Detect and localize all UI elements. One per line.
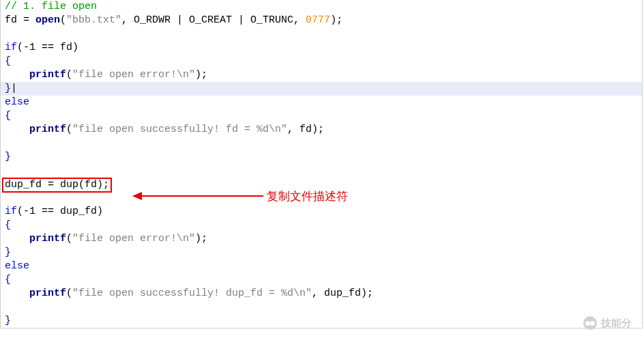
code-line: printf("file open error!\n"); [1,68,642,82]
watermark: 技能分 [583,316,632,330]
code-line-empty [1,164,642,178]
code-line: { [1,273,642,287]
code-line: printf("file open error!\n"); [1,232,642,246]
code-line: } [1,246,642,260]
code-line: printf("file open successfully! dup_fd =… [1,287,642,301]
code-line: { [1,109,642,123]
text-cursor: | [11,83,17,94]
code-line: if(-1 == dup_fd) [1,205,642,219]
code-line: else [1,96,642,109]
code-line: { [1,219,642,232]
annotation-arrow [134,195,263,197]
annotation-label: 复制文件描述符 [267,189,348,204]
watermark-text: 技能分 [601,317,632,330]
code-line-empty [1,137,642,150]
wechat-icon [583,316,597,330]
code-line: printf("file open successfully! fd = %d\… [1,123,642,137]
code-line: else [1,260,642,273]
code-line: } [1,150,642,164]
code-line: fd = open("bbb.txt", O_RDWR | O_CREAT | … [1,14,642,27]
code-line: { [1,55,642,68]
code-line-empty [1,27,642,41]
code-line: // 1. file open [1,0,642,14]
comment-text: // 1. file open [5,1,97,12]
code-line: } [1,314,642,328]
code-editor: // 1. file open fd = open("bbb.txt", O_R… [0,0,643,329]
code-line-current: }| [1,82,642,96]
code-line-empty [1,301,642,314]
code-line: if(-1 == fd) [1,41,642,55]
annotation-box: dup_fd = dup(fd); [2,178,112,193]
